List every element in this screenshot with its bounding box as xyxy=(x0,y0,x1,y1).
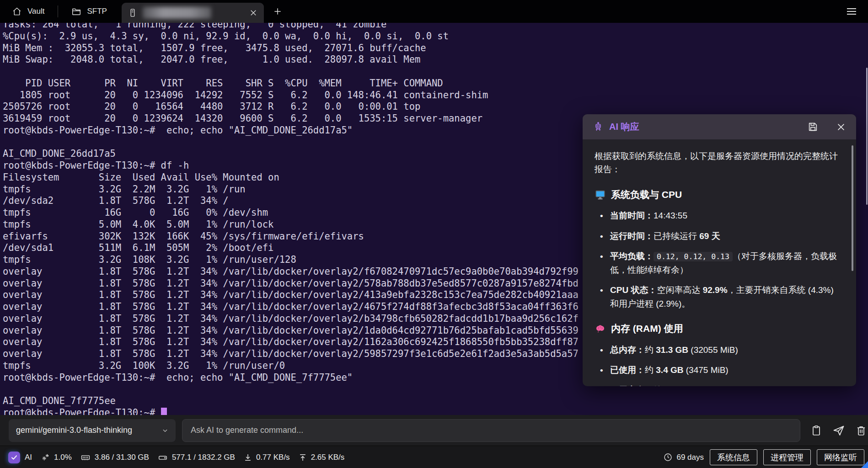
ai-toggle-label: AI xyxy=(25,453,32,462)
ai-panel-title: AI 响应 xyxy=(609,121,639,133)
terminal-scrollbar[interactable] xyxy=(866,68,868,205)
terminal-tab[interactable] xyxy=(122,3,264,23)
window-corner-accent xyxy=(861,461,868,468)
system-info-button[interactable]: 系统信息 xyxy=(710,449,757,465)
list-item: CPU 状态：空闲率高达 92.9%，主要开销来自系统 (4.3%) 和用户进程… xyxy=(599,283,844,310)
section-heading-ram: 内存 (RAM) 使用 xyxy=(595,321,844,336)
new-tab-button[interactable] xyxy=(273,7,282,16)
server-icon xyxy=(128,7,137,18)
tab-bar: Vault SFTP xyxy=(0,0,868,23)
download-speed: 0.77 KB/s xyxy=(243,453,290,462)
close-tab-icon[interactable] xyxy=(249,9,257,17)
chevron-down-icon xyxy=(162,427,168,434)
cpu-usage: 1.0% xyxy=(40,452,72,463)
home-icon xyxy=(12,6,22,16)
tabbar-divider xyxy=(58,5,58,17)
disk-usage: 577.1 / 1832.2 GB xyxy=(157,452,235,463)
list-item: 平均负载：0.12, 0.12, 0.13（对于多核服务器，负载极低，性能绰绰有… xyxy=(599,250,844,277)
nav-vault[interactable]: Vault xyxy=(0,6,51,16)
panel-scrollbar[interactable] xyxy=(852,145,853,271)
folder-icon xyxy=(71,6,82,16)
save-icon[interactable] xyxy=(807,121,819,133)
menu-icon[interactable] xyxy=(846,7,857,16)
upload-speed: 2.65 KB/s xyxy=(298,453,345,462)
list-item: 当前时间：14:43:55 xyxy=(599,209,844,222)
list-item: 已使用：约 3.4 GB (3475 MiB) xyxy=(599,363,844,377)
ai-response-panel: AI 响应 根据获取到的系统信息，以下是服务器资源使用情况的完整统计报告： 系统… xyxy=(583,114,856,386)
close-panel-icon[interactable] xyxy=(836,122,846,132)
send-icon[interactable] xyxy=(832,424,845,437)
nav-sftp-label: SFTP xyxy=(87,7,107,16)
tab-title-redacted xyxy=(143,7,211,19)
process-manager-button[interactable]: 进程管理 xyxy=(763,449,811,465)
robot-icon xyxy=(593,122,604,133)
network-monitor-button[interactable]: 网络监听 xyxy=(817,449,864,465)
monitor-icon xyxy=(595,189,606,201)
clock-icon xyxy=(663,452,673,462)
list-item: 运行时间：已持续运行 69 天 xyxy=(599,229,844,243)
cpu-bullet-list: 当前时间：14:43:55 运行时间：已持续运行 69 天 平均负载：0.12,… xyxy=(595,209,844,310)
ai-command-bar: gemini/gemini-3.0-flash-thinking xyxy=(0,415,868,446)
download-icon xyxy=(243,453,252,462)
status-left: AI 1.0% 3.86 / 31.30 GB 577.1 / 1832.2 G… xyxy=(8,452,344,463)
nav-vault-label: Vault xyxy=(27,7,45,16)
list-item: 总内存：约 31.3 GB (32055 MiB) xyxy=(599,343,844,356)
nav-sftp[interactable]: SFTP xyxy=(64,6,113,16)
brain-icon xyxy=(595,323,606,335)
ram-bullet-list: 总内存：约 31.3 GB (32055 MiB) 已使用：约 3.4 GB (… xyxy=(595,343,844,386)
upload-icon xyxy=(298,453,307,462)
list-item: 可用内存：约 27.4 GB (28097 MiB) xyxy=(599,383,844,386)
trash-icon[interactable] xyxy=(855,425,867,436)
status-bar: AI 1.0% 3.86 / 31.30 GB 577.1 / 1832.2 G… xyxy=(0,446,868,468)
ai-panel-body: 根据获取到的系统信息，以下是服务器资源使用情况的完整统计报告： 系统负载与 CP… xyxy=(583,139,856,386)
disk-icon xyxy=(157,452,168,463)
gears-icon xyxy=(40,452,50,463)
section-heading-cpu: 系统负载与 CPU xyxy=(595,187,844,202)
ram-icon xyxy=(80,452,91,463)
ai-intro: 根据获取到的系统信息，以下是服务器资源使用情况的完整统计报告： xyxy=(595,149,844,176)
ai-checkbox[interactable] xyxy=(8,452,20,463)
ai-command-input[interactable] xyxy=(182,419,800,442)
ai-panel-header: AI 响应 xyxy=(583,114,856,139)
model-name: gemini/gemini-3.0-flash-thinking xyxy=(16,425,132,435)
app-window: Vault SFTP Tasks: 264 total, 1 running xyxy=(0,0,868,468)
uptime: 69 days xyxy=(663,452,704,462)
model-selector[interactable]: gemini/gemini-3.0-flash-thinking xyxy=(9,419,176,442)
memory-usage: 3.86 / 31.30 GB xyxy=(80,452,149,463)
paste-icon[interactable] xyxy=(810,425,822,436)
status-right: 69 days 系统信息 进程管理 网络监听 xyxy=(663,449,864,465)
